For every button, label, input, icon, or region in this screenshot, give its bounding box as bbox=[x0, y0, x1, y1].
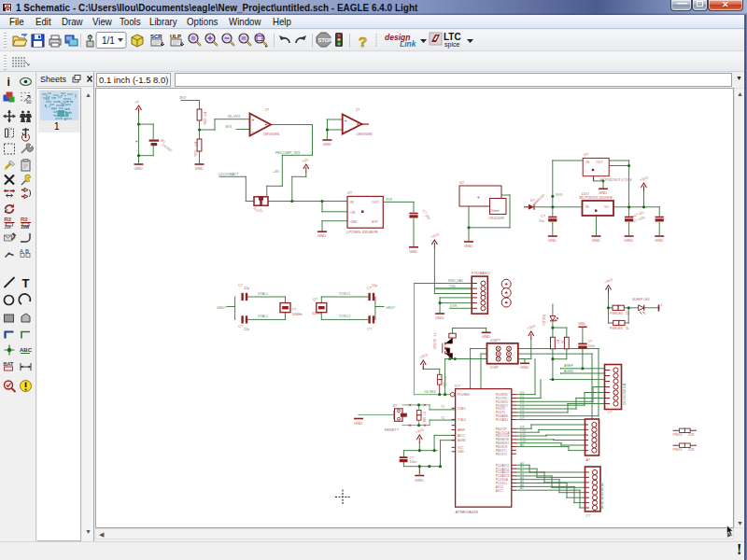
svg-text:Link: Link bbox=[400, 39, 417, 49]
svg-text:−: − bbox=[252, 130, 255, 134]
svg-text:BAT: BAT bbox=[4, 361, 15, 367]
svg-text:CR2032H: CR2032H bbox=[488, 217, 504, 220]
svg-text:GND: GND bbox=[435, 315, 444, 320]
svg-text:STOP: STOP bbox=[318, 37, 332, 43]
svg-text:−: − bbox=[345, 129, 347, 133]
svg-text:12p: 12p bbox=[372, 284, 377, 287]
svg-text:1k: 1k bbox=[626, 327, 629, 330]
svg-text:R?: R? bbox=[422, 412, 426, 415]
svg-text:+V: +V bbox=[134, 99, 140, 105]
svg-text:AGND: AGND bbox=[564, 370, 574, 373]
svg-text:GND: GND bbox=[195, 166, 204, 171]
svg-text:GND: GND bbox=[134, 166, 143, 171]
svg-text:C?: C? bbox=[367, 328, 372, 331]
svg-text:AREF: AREF bbox=[564, 364, 573, 368]
svg-text:BYP: BYP bbox=[372, 220, 379, 224]
svg-text:MCP1825S-3302E/B: MCP1825S-3302E/B bbox=[580, 196, 613, 200]
svg-text:TXD: TXD bbox=[449, 285, 457, 288]
svg-text:10k: 10k bbox=[5, 225, 12, 230]
svg-text:spice: spice bbox=[444, 41, 459, 49]
svg-text:C?: C? bbox=[585, 513, 591, 518]
svg-text:GND: GND bbox=[317, 233, 326, 238]
svg-text:GND: GND bbox=[354, 421, 362, 426]
svg-text:GND: GND bbox=[464, 244, 472, 248]
svg-text:GND: GND bbox=[350, 220, 358, 224]
svg-text:D7: D7 bbox=[520, 416, 524, 420]
svg-text:+3V3: +3V3 bbox=[430, 231, 440, 239]
svg-text:A0 A1 A2 A3 A4 A5: A0 A1 A2 A3 A4 A5 bbox=[600, 483, 604, 509]
svg-text:GND: GND bbox=[655, 238, 663, 243]
svg-text:3V: 3V bbox=[258, 208, 263, 214]
svg-text:TOSC1: TOSC1 bbox=[339, 292, 350, 296]
svg-text:R?: R? bbox=[443, 376, 446, 380]
svg-text:GND?: GND? bbox=[386, 306, 395, 310]
svg-text:Y1: Y1 bbox=[441, 405, 444, 409]
svg-text:S?: S? bbox=[393, 404, 398, 408]
svg-text:100n: 100n bbox=[588, 344, 596, 348]
svg-text:RXLED: RXLED bbox=[542, 315, 545, 326]
svg-text:10k: 10k bbox=[422, 417, 426, 423]
svg-text:2?: 2? bbox=[265, 108, 269, 112]
svg-text:1k: 1k bbox=[626, 312, 629, 315]
svg-text:PWRLED: PWRLED bbox=[610, 312, 624, 315]
svg-text:MCP1825S-P 4.7|5 K: MCP1825S-P 4.7|5 K bbox=[600, 178, 633, 182]
svg-text:XTAL2: XTAL2 bbox=[258, 315, 268, 318]
svg-text:R?: R? bbox=[556, 340, 559, 344]
svg-text:+3V3: +3V3 bbox=[526, 323, 536, 330]
svg-text:IN: IN bbox=[586, 161, 590, 164]
svg-text:+: + bbox=[477, 195, 480, 200]
svg-text:IN: IN bbox=[350, 201, 354, 204]
svg-text:1/1: 1/1 bbox=[102, 35, 115, 46]
svg-text:PIN13: PIN13 bbox=[673, 433, 683, 437]
svg-text:DTR: DTR bbox=[450, 304, 458, 308]
svg-text:ICSP: ICSP bbox=[490, 365, 499, 370]
svg-text:IC?: IC? bbox=[455, 385, 460, 388]
svg-text:10k: 10k bbox=[443, 382, 446, 387]
svg-text:GND: GND bbox=[409, 249, 417, 254]
svg-text:GND: GND bbox=[625, 238, 633, 243]
svg-text:SCR: SCR bbox=[150, 34, 162, 39]
svg-text:A?: A? bbox=[585, 457, 591, 462]
svg-text:D8 D9 D10 D11: D8 D9 D10 D11 bbox=[623, 383, 627, 405]
svg-text:GND: GND bbox=[578, 322, 585, 326]
svg-text:C?: C? bbox=[238, 284, 243, 287]
svg-text:Y?: Y? bbox=[292, 308, 297, 312]
svg-text:VCC: VCC bbox=[458, 446, 464, 450]
svg-text:SLEEP LED: SLEEP LED bbox=[632, 298, 650, 301]
svg-text:-: - bbox=[135, 148, 137, 153]
svg-text:G?: G? bbox=[459, 181, 464, 185]
svg-text:GND: GND bbox=[322, 142, 331, 147]
svg-text:T?: T? bbox=[432, 332, 436, 336]
svg-text:IN+3V3: IN+3V3 bbox=[228, 115, 240, 119]
svg-text:XTAL1: XTAL1 bbox=[458, 407, 466, 411]
svg-text:GND?: GND? bbox=[217, 306, 226, 310]
svg-text:ABC: ABC bbox=[20, 347, 33, 353]
svg-text:LMV358N: LMV358N bbox=[263, 133, 279, 136]
svg-text:+3V3: +3V3 bbox=[415, 427, 425, 434]
svg-text:2: 2 bbox=[661, 303, 663, 307]
svg-text:LDO: LDO bbox=[582, 192, 589, 196]
svg-text:100n: 100n bbox=[410, 460, 417, 464]
svg-text:20mm: 20mm bbox=[490, 209, 500, 213]
svg-text:22p: 22p bbox=[244, 287, 249, 290]
svg-text:22R: 22R bbox=[688, 448, 695, 452]
svg-text:OUT: OUT bbox=[372, 201, 379, 204]
svg-text:16MHz: 16MHz bbox=[292, 313, 303, 316]
svg-text:PB7/XT2: PB7/XT2 bbox=[496, 453, 507, 456]
svg-text:C?: C? bbox=[608, 410, 613, 414]
svg-text:Q?: Q? bbox=[313, 298, 317, 301]
svg-text:Y2: Y2 bbox=[441, 416, 444, 420]
svg-text:+3V3: +3V3 bbox=[603, 277, 613, 285]
svg-text:GND: GND bbox=[548, 238, 557, 243]
svg-text:XTAL2: XTAL2 bbox=[458, 418, 466, 422]
svg-text:XTAL1: XTAL1 bbox=[258, 292, 268, 296]
svg-text:GND: GND bbox=[520, 365, 529, 370]
svg-text:C?: C? bbox=[541, 215, 545, 218]
svg-text:C?: C? bbox=[238, 325, 243, 329]
svg-text:100k: 100k bbox=[193, 149, 197, 157]
svg-text:+3V: +3V bbox=[273, 170, 279, 174]
svg-text:PIN13: PIN13 bbox=[673, 448, 683, 452]
svg-text:2?: 2? bbox=[356, 108, 359, 112]
svg-text:VO: VO bbox=[604, 205, 609, 209]
svg-text:LMV358N: LMV358N bbox=[357, 133, 373, 136]
